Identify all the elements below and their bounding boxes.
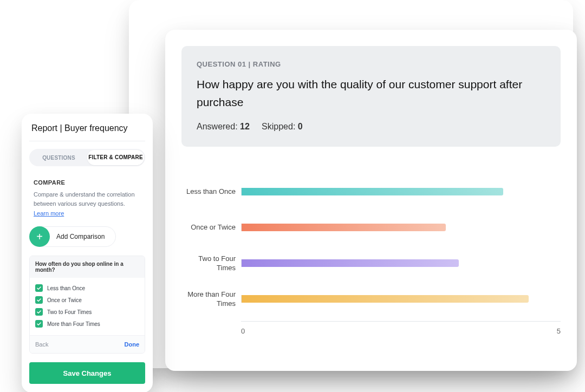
checkbox-checked-icon[interactable] [35, 320, 43, 328]
bar [242, 188, 503, 195]
report-panel: Report | Buyer frequency QUESTIONS FILTE… [22, 114, 153, 392]
option-label: Less than Once [47, 285, 85, 291]
chart-row: Two to Four Times [241, 245, 561, 281]
bar-track [241, 188, 561, 195]
question-header: QUESTION 01 | RATING How happy are you w… [181, 46, 561, 147]
tab-bar: QUESTIONS FILTER & COMPARE [29, 149, 145, 166]
comparison-question-box: How often do you shop online in a month?… [29, 256, 145, 354]
chart-row-label: Less than Once [181, 187, 236, 197]
bar [242, 259, 459, 267]
bar-chart: Less than Once Once or Twice Two to Four… [181, 174, 561, 335]
chart-row: More than Four Times [241, 281, 561, 317]
tab-filter-compare[interactable]: FILTER & COMPARE [87, 150, 144, 165]
option-footer: Back Done [30, 335, 145, 353]
question-result-card: QUESTION 01 | RATING How happy are you w… [165, 30, 577, 371]
plus-icon: + [29, 226, 50, 247]
checkbox-checked-icon[interactable] [35, 296, 43, 304]
option-item[interactable]: More than Four Times [35, 318, 139, 330]
x-axis: 0 5 [241, 321, 561, 335]
chart-row-label: Two to Four Times [181, 254, 236, 273]
chart-row: Less than Once [241, 174, 561, 210]
bar-track [241, 224, 561, 231]
bar [242, 224, 446, 231]
bar-track [241, 295, 561, 303]
answered-label: Answered: [197, 122, 238, 131]
option-item[interactable]: Less than Once [35, 282, 139, 294]
question-stats: Answered: 12 Skipped: 0 [197, 122, 545, 132]
panel-title: Report | Buyer frequency [29, 123, 145, 141]
done-button[interactable]: Done [125, 341, 140, 348]
option-item[interactable]: Once or Twice [35, 294, 139, 306]
x-tick-max: 5 [557, 327, 561, 335]
learn-more-link[interactable]: Learn more [34, 210, 64, 217]
x-tick-min: 0 [241, 327, 245, 335]
bar [242, 295, 529, 303]
checkbox-checked-icon[interactable] [35, 284, 43, 292]
option-label: More than Four Times [47, 321, 100, 327]
option-label: Once or Twice [47, 297, 82, 303]
skipped-label: Skipped: [262, 122, 295, 131]
chart-row: Once or Twice [241, 210, 561, 245]
answered-value: 12 [240, 122, 250, 131]
bar-track [241, 259, 561, 267]
tab-questions[interactable]: QUESTIONS [30, 155, 87, 161]
comparison-question-text: How often do you shop online in a month? [30, 256, 145, 278]
checkbox-checked-icon[interactable] [35, 308, 43, 316]
compare-text: Compare & understand the correlation bet… [34, 190, 141, 208]
chart-row-label: More than Four Times [181, 290, 236, 309]
skipped-value: 0 [298, 122, 303, 131]
option-item[interactable]: Two to Four Times [35, 306, 139, 318]
compare-section: COMPARE Compare & understand the correla… [29, 174, 145, 219]
save-changes-button[interactable]: Save Changes [29, 362, 145, 384]
add-comparison-button[interactable]: + Add Comparison [29, 226, 116, 247]
question-title: How happy are you with the quality of ou… [197, 76, 545, 111]
back-button[interactable]: Back [35, 341, 48, 348]
chart-row-label: Once or Twice [181, 223, 236, 232]
question-meta: QUESTION 01 | RATING [197, 60, 545, 68]
compare-heading: COMPARE [34, 179, 141, 186]
option-label: Two to Four Times [47, 309, 92, 315]
add-comparison-label: Add Comparison [56, 233, 105, 240]
option-list: Less than Once Once or Twice Two to Four… [30, 278, 145, 335]
